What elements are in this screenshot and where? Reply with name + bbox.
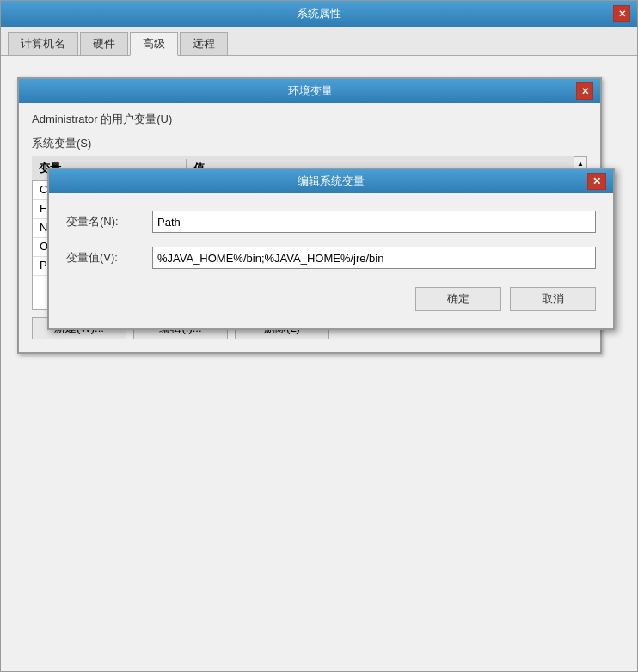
var-name-row: 变量名(N):	[66, 211, 596, 233]
admin-section-label: Administrator 的用户变量(U)	[32, 112, 587, 127]
sys-section-label: 系统变量(S)	[32, 136, 587, 151]
tab-remote[interactable]: 远程	[180, 32, 228, 55]
edit-title: 编辑系统变量	[75, 174, 587, 189]
env-title: 环境变量	[45, 83, 576, 99]
edit-titlebar: 编辑系统变量 ✕	[49, 169, 613, 193]
var-name-input[interactable]	[152, 211, 596, 233]
var-val-row: 变量值(V):	[66, 247, 596, 269]
edit-dialog: 编辑系统变量 ✕ 变量名(N): 变量值(V): 确定 取消	[47, 168, 615, 330]
dialog-buttons: 确定 取消	[66, 283, 596, 315]
env-titlebar: 环境变量 ✕	[19, 79, 600, 103]
edit-close-button[interactable]: ✕	[587, 173, 606, 190]
sys-props-title: 系统属性	[25, 6, 613, 21]
tab-advanced[interactable]: 高级	[130, 32, 178, 56]
sys-props-titlebar: 系统属性 ✕	[1, 1, 637, 27]
sys-props-close-button[interactable]: ✕	[613, 5, 630, 22]
tabs-bar: 计算机名 硬件 高级 远程	[1, 27, 637, 56]
var-name-label: 变量名(N):	[66, 214, 152, 229]
tab-hardware[interactable]: 硬件	[80, 32, 128, 55]
cancel-button[interactable]: 取消	[510, 287, 596, 311]
tab-computer-name[interactable]: 计算机名	[8, 32, 78, 55]
env-close-button[interactable]: ✕	[576, 82, 593, 100]
confirm-button[interactable]: 确定	[415, 287, 501, 311]
var-val-input[interactable]	[152, 247, 596, 269]
var-val-label: 变量值(V):	[66, 250, 152, 266]
edit-content: 变量名(N): 变量值(V): 确定 取消	[49, 193, 613, 328]
